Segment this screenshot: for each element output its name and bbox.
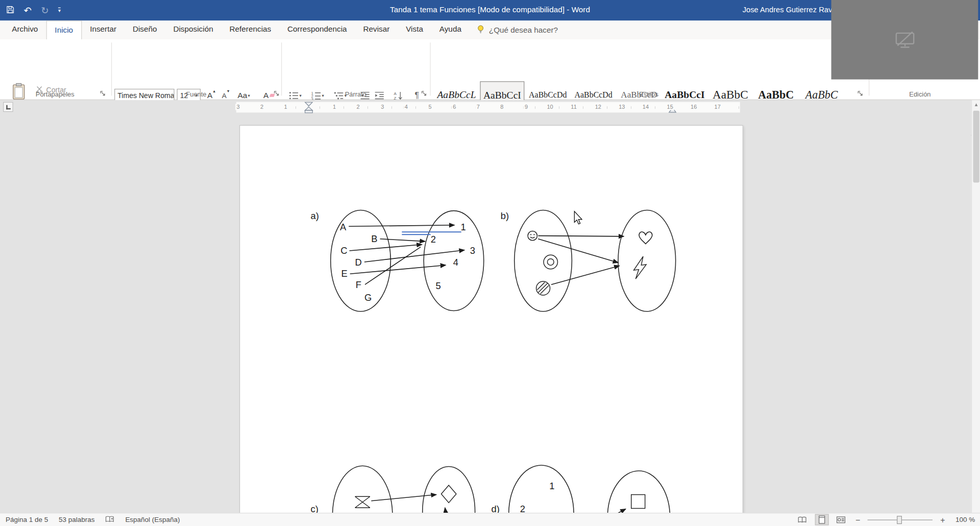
proofing-status-icon[interactable] [105, 515, 114, 524]
diagram-d-range-oval [607, 471, 670, 513]
ruler-mark: 15 [666, 104, 674, 110]
account-user-name[interactable]: Jose Andres Gutierrez Rave [743, 0, 837, 20]
ruler-mark: 5 [427, 104, 433, 110]
undo-icon[interactable]: ↶ [24, 6, 32, 15]
document-area: 3211234567891011121314151617 a) A B C D … [0, 100, 971, 513]
ruler-mark: 1 [283, 104, 288, 110]
square-icon [631, 495, 645, 509]
group-separator [430, 42, 430, 95]
customize-quick-access-icon[interactable]: ▾ [58, 7, 61, 13]
diagram-d-domain-labels: 1 2 [520, 481, 555, 513]
view-shortcuts [796, 514, 848, 525]
tab-stop-selector[interactable] [3, 102, 13, 112]
svg-text:1: 1 [460, 222, 465, 232]
ribbon-tab[interactable]: Insertar [82, 20, 125, 39]
diagram-a-domain-labels: A B C D E F G [340, 222, 377, 303]
svg-text:5: 5 [435, 280, 440, 291]
svg-text:D: D [355, 257, 362, 268]
group-separator [281, 42, 282, 95]
tab-stop-icon [6, 105, 11, 109]
ribbon-tab[interactable]: Vista [398, 20, 431, 39]
web-layout-view-button[interactable] [834, 514, 848, 525]
double-circle-icon [544, 255, 557, 269]
ruler-mark: 8 [499, 104, 505, 110]
ruler-mark: 17 [713, 104, 722, 110]
heart-icon [639, 232, 652, 244]
diagram-b-mapping-arrows [538, 236, 624, 285]
ruler-mark: 1 [332, 104, 337, 110]
svg-text:B: B [371, 233, 377, 244]
diagram-b-domain-oval [514, 210, 572, 311]
ribbon-tab[interactable]: Inicio [46, 20, 82, 39]
ruler-mark: 11 [570, 104, 578, 110]
lightbulb-icon [477, 25, 485, 35]
window-title: Tanda 1 tema Funciones [Modo de compatib… [187, 0, 792, 20]
ribbon-tab[interactable]: Diseño [125, 20, 165, 39]
ruler-mark: 10 [546, 104, 554, 110]
group-label-styles: Estilos [430, 90, 867, 98]
ribbon-tab[interactable]: Archivo [4, 20, 46, 39]
diagram-d-label: d) [491, 504, 499, 513]
lightning-icon [634, 256, 646, 279]
indent-markers-icon[interactable] [304, 102, 314, 113]
diagram-c-domain-oval [332, 466, 393, 513]
group-label-font: Fuente [111, 90, 281, 98]
word-window: ↶ ↻ ▾ Tanda 1 tema Funciones [Modo de co… [0, 0, 980, 526]
ribbon-tab[interactable]: Referencias [222, 20, 280, 39]
ruler-mark: 13 [618, 104, 626, 110]
diagram-c-label: c) [311, 504, 318, 513]
ruler-mark: 16 [690, 104, 698, 110]
word-count-status[interactable]: 53 palabras [59, 516, 94, 523]
styles-dialog-launcher-icon[interactable] [857, 90, 864, 96]
ribbon-tab[interactable]: Correspondencia [279, 20, 355, 39]
svg-text:4: 4 [453, 257, 458, 268]
ruler-mark: 4 [403, 104, 409, 110]
scrollbar-thumb[interactable] [973, 111, 979, 183]
clipboard-dialog-launcher-icon[interactable] [100, 90, 106, 96]
page-count-status[interactable]: Página 1 de 5 [6, 516, 48, 523]
diagram-a-label: a) [311, 210, 319, 221]
diamond-icon [441, 485, 456, 503]
zoom-in-button[interactable]: + [940, 516, 945, 524]
paragraph-dialog-launcher-icon[interactable] [421, 90, 427, 96]
ruler-mark: 2 [259, 104, 265, 110]
ruler-mark: 3 [235, 104, 241, 110]
read-mode-view-button[interactable] [796, 514, 810, 525]
svg-text:F: F [356, 279, 361, 290]
svg-text:3: 3 [470, 245, 475, 256]
font-dialog-launcher-icon[interactable] [274, 90, 280, 96]
ribbon-tabs: ArchivoInicioInsertarDiseñoDisposiciónRe… [4, 20, 469, 39]
vertical-scrollbar[interactable]: ▲ [971, 100, 980, 513]
smiley-icon [528, 231, 537, 240]
zoom-level[interactable]: 100 % [952, 516, 975, 523]
ruler-mark: 2 [355, 104, 361, 110]
zoom-out-button[interactable]: − [855, 516, 860, 524]
svg-text:G: G [364, 292, 372, 303]
quick-access-toolbar: ↶ ↻ ▾ [6, 0, 61, 20]
ruler-mark: 6 [452, 104, 457, 110]
save-icon[interactable] [6, 6, 14, 15]
tell-me-label: ¿Qué desea hacer? [489, 26, 558, 34]
horizontal-ruler[interactable]: 3211234567891011121314151617 [236, 102, 740, 113]
ribbon-tab[interactable]: Revisar [355, 20, 398, 39]
group-label-editing: Edición [869, 90, 971, 98]
svg-text:E: E [341, 268, 348, 279]
no-entry-icon [536, 281, 550, 295]
group-label-paragraph: Párrafo [281, 90, 430, 98]
zoom-slider[interactable] [868, 519, 933, 520]
svg-text:2: 2 [520, 504, 525, 513]
ribbon-tab[interactable]: Ayuda [431, 20, 470, 39]
diagram-c-range-oval [423, 466, 475, 513]
tell-me-box[interactable]: ¿Qué desea hacer? [477, 20, 558, 39]
svg-text:2: 2 [431, 234, 436, 245]
ribbon-tab[interactable]: Disposición [165, 20, 221, 39]
screen-off-icon [894, 30, 916, 49]
status-bar: Página 1 de 5 53 palabras Español (Españ… [0, 513, 980, 526]
zoom-slider-thumb[interactable] [897, 516, 902, 524]
ruler-mark: 14 [641, 104, 650, 110]
svg-text:C: C [340, 245, 347, 256]
language-status[interactable]: Español (España) [125, 516, 180, 523]
scroll-up-icon[interactable]: ▲ [972, 100, 980, 109]
diagram-d-mapping-arrows [595, 509, 626, 513]
print-layout-view-button[interactable] [815, 514, 829, 525]
